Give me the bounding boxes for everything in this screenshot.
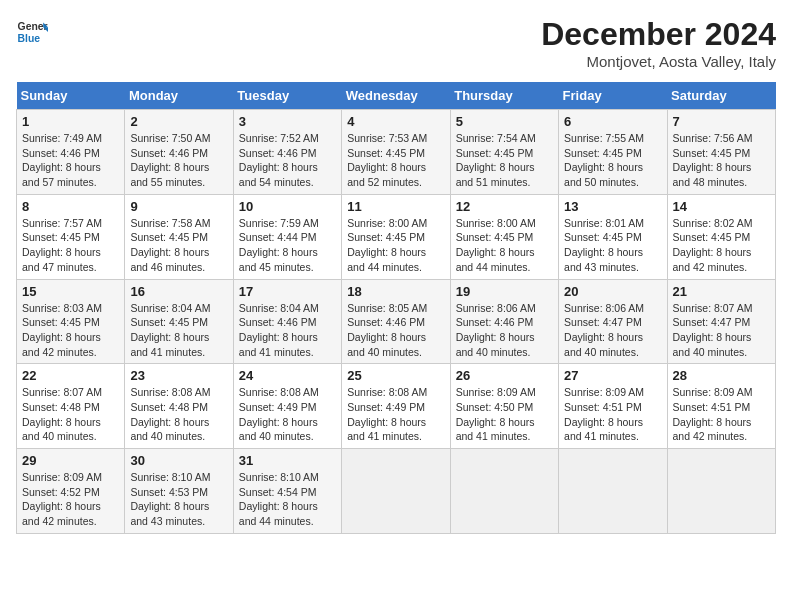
day-number: 20	[564, 284, 661, 299]
day-info: Sunrise: 8:08 AM Sunset: 4:49 PM Dayligh…	[239, 385, 336, 444]
day-number: 21	[673, 284, 770, 299]
day-number: 6	[564, 114, 661, 129]
day-info: Sunrise: 7:49 AM Sunset: 4:46 PM Dayligh…	[22, 131, 119, 190]
day-info: Sunrise: 8:09 AM Sunset: 4:51 PM Dayligh…	[673, 385, 770, 444]
calendar-table: SundayMondayTuesdayWednesdayThursdayFrid…	[16, 82, 776, 534]
day-number: 18	[347, 284, 444, 299]
calendar-cell: 9Sunrise: 7:58 AM Sunset: 4:45 PM Daylig…	[125, 194, 233, 279]
calendar-cell: 4Sunrise: 7:53 AM Sunset: 4:45 PM Daylig…	[342, 110, 450, 195]
day-info: Sunrise: 8:06 AM Sunset: 4:47 PM Dayligh…	[564, 301, 661, 360]
day-number: 25	[347, 368, 444, 383]
day-number: 7	[673, 114, 770, 129]
weekday-thursday: Thursday	[450, 82, 558, 110]
day-number: 13	[564, 199, 661, 214]
day-number: 15	[22, 284, 119, 299]
calendar-cell: 30Sunrise: 8:10 AM Sunset: 4:53 PM Dayli…	[125, 449, 233, 534]
day-number: 30	[130, 453, 227, 468]
day-info: Sunrise: 7:52 AM Sunset: 4:46 PM Dayligh…	[239, 131, 336, 190]
weekday-tuesday: Tuesday	[233, 82, 341, 110]
day-number: 10	[239, 199, 336, 214]
calendar-cell: 24Sunrise: 8:08 AM Sunset: 4:49 PM Dayli…	[233, 364, 341, 449]
day-number: 1	[22, 114, 119, 129]
calendar-cell: 6Sunrise: 7:55 AM Sunset: 4:45 PM Daylig…	[559, 110, 667, 195]
day-info: Sunrise: 8:06 AM Sunset: 4:46 PM Dayligh…	[456, 301, 553, 360]
calendar-cell: 13Sunrise: 8:01 AM Sunset: 4:45 PM Dayli…	[559, 194, 667, 279]
calendar-cell: 29Sunrise: 8:09 AM Sunset: 4:52 PM Dayli…	[17, 449, 125, 534]
day-number: 8	[22, 199, 119, 214]
calendar-subtitle: Montjovet, Aosta Valley, Italy	[541, 53, 776, 70]
calendar-cell: 19Sunrise: 8:06 AM Sunset: 4:46 PM Dayli…	[450, 279, 558, 364]
day-number: 29	[22, 453, 119, 468]
day-number: 16	[130, 284, 227, 299]
calendar-cell: 12Sunrise: 8:00 AM Sunset: 4:45 PM Dayli…	[450, 194, 558, 279]
logo: General Blue	[16, 16, 48, 48]
calendar-cell: 21Sunrise: 8:07 AM Sunset: 4:47 PM Dayli…	[667, 279, 775, 364]
day-number: 5	[456, 114, 553, 129]
day-info: Sunrise: 7:54 AM Sunset: 4:45 PM Dayligh…	[456, 131, 553, 190]
calendar-cell: 3Sunrise: 7:52 AM Sunset: 4:46 PM Daylig…	[233, 110, 341, 195]
page-header: General Blue December 2024 Montjovet, Ao…	[16, 16, 776, 70]
calendar-cell: 15Sunrise: 8:03 AM Sunset: 4:45 PM Dayli…	[17, 279, 125, 364]
svg-text:Blue: Blue	[18, 33, 41, 44]
day-info: Sunrise: 7:50 AM Sunset: 4:46 PM Dayligh…	[130, 131, 227, 190]
weekday-sunday: Sunday	[17, 82, 125, 110]
weekday-saturday: Saturday	[667, 82, 775, 110]
calendar-cell: 5Sunrise: 7:54 AM Sunset: 4:45 PM Daylig…	[450, 110, 558, 195]
day-info: Sunrise: 7:57 AM Sunset: 4:45 PM Dayligh…	[22, 216, 119, 275]
calendar-cell: 26Sunrise: 8:09 AM Sunset: 4:50 PM Dayli…	[450, 364, 558, 449]
day-info: Sunrise: 8:07 AM Sunset: 4:48 PM Dayligh…	[22, 385, 119, 444]
weekday-monday: Monday	[125, 82, 233, 110]
day-number: 9	[130, 199, 227, 214]
day-info: Sunrise: 7:53 AM Sunset: 4:45 PM Dayligh…	[347, 131, 444, 190]
day-number: 2	[130, 114, 227, 129]
day-number: 19	[456, 284, 553, 299]
day-info: Sunrise: 7:56 AM Sunset: 4:45 PM Dayligh…	[673, 131, 770, 190]
week-row-2: 8Sunrise: 7:57 AM Sunset: 4:45 PM Daylig…	[17, 194, 776, 279]
calendar-cell: 14Sunrise: 8:02 AM Sunset: 4:45 PM Dayli…	[667, 194, 775, 279]
week-row-3: 15Sunrise: 8:03 AM Sunset: 4:45 PM Dayli…	[17, 279, 776, 364]
day-number: 3	[239, 114, 336, 129]
day-info: Sunrise: 7:58 AM Sunset: 4:45 PM Dayligh…	[130, 216, 227, 275]
calendar-cell: 23Sunrise: 8:08 AM Sunset: 4:48 PM Dayli…	[125, 364, 233, 449]
day-number: 28	[673, 368, 770, 383]
day-number: 11	[347, 199, 444, 214]
day-info: Sunrise: 8:00 AM Sunset: 4:45 PM Dayligh…	[347, 216, 444, 275]
day-info: Sunrise: 8:01 AM Sunset: 4:45 PM Dayligh…	[564, 216, 661, 275]
week-row-5: 29Sunrise: 8:09 AM Sunset: 4:52 PM Dayli…	[17, 449, 776, 534]
day-number: 22	[22, 368, 119, 383]
day-info: Sunrise: 7:55 AM Sunset: 4:45 PM Dayligh…	[564, 131, 661, 190]
calendar-cell	[342, 449, 450, 534]
calendar-cell: 17Sunrise: 8:04 AM Sunset: 4:46 PM Dayli…	[233, 279, 341, 364]
day-info: Sunrise: 8:02 AM Sunset: 4:45 PM Dayligh…	[673, 216, 770, 275]
calendar-cell: 8Sunrise: 7:57 AM Sunset: 4:45 PM Daylig…	[17, 194, 125, 279]
calendar-cell	[450, 449, 558, 534]
title-block: December 2024 Montjovet, Aosta Valley, I…	[541, 16, 776, 70]
calendar-cell: 25Sunrise: 8:08 AM Sunset: 4:49 PM Dayli…	[342, 364, 450, 449]
day-number: 12	[456, 199, 553, 214]
calendar-cell: 11Sunrise: 8:00 AM Sunset: 4:45 PM Dayli…	[342, 194, 450, 279]
day-number: 14	[673, 199, 770, 214]
weekday-friday: Friday	[559, 82, 667, 110]
calendar-title: December 2024	[541, 16, 776, 53]
calendar-cell: 16Sunrise: 8:04 AM Sunset: 4:45 PM Dayli…	[125, 279, 233, 364]
calendar-cell: 2Sunrise: 7:50 AM Sunset: 4:46 PM Daylig…	[125, 110, 233, 195]
day-number: 17	[239, 284, 336, 299]
calendar-cell: 31Sunrise: 8:10 AM Sunset: 4:54 PM Dayli…	[233, 449, 341, 534]
day-info: Sunrise: 8:09 AM Sunset: 4:51 PM Dayligh…	[564, 385, 661, 444]
day-info: Sunrise: 8:00 AM Sunset: 4:45 PM Dayligh…	[456, 216, 553, 275]
day-number: 26	[456, 368, 553, 383]
day-info: Sunrise: 8:04 AM Sunset: 4:46 PM Dayligh…	[239, 301, 336, 360]
week-row-4: 22Sunrise: 8:07 AM Sunset: 4:48 PM Dayli…	[17, 364, 776, 449]
day-info: Sunrise: 8:05 AM Sunset: 4:46 PM Dayligh…	[347, 301, 444, 360]
calendar-body: 1Sunrise: 7:49 AM Sunset: 4:46 PM Daylig…	[17, 110, 776, 534]
week-row-1: 1Sunrise: 7:49 AM Sunset: 4:46 PM Daylig…	[17, 110, 776, 195]
calendar-cell: 27Sunrise: 8:09 AM Sunset: 4:51 PM Dayli…	[559, 364, 667, 449]
calendar-cell: 7Sunrise: 7:56 AM Sunset: 4:45 PM Daylig…	[667, 110, 775, 195]
day-info: Sunrise: 8:09 AM Sunset: 4:52 PM Dayligh…	[22, 470, 119, 529]
day-info: Sunrise: 8:04 AM Sunset: 4:45 PM Dayligh…	[130, 301, 227, 360]
calendar-cell: 10Sunrise: 7:59 AM Sunset: 4:44 PM Dayli…	[233, 194, 341, 279]
calendar-cell: 18Sunrise: 8:05 AM Sunset: 4:46 PM Dayli…	[342, 279, 450, 364]
day-number: 4	[347, 114, 444, 129]
logo-icon: General Blue	[16, 16, 48, 48]
day-number: 27	[564, 368, 661, 383]
